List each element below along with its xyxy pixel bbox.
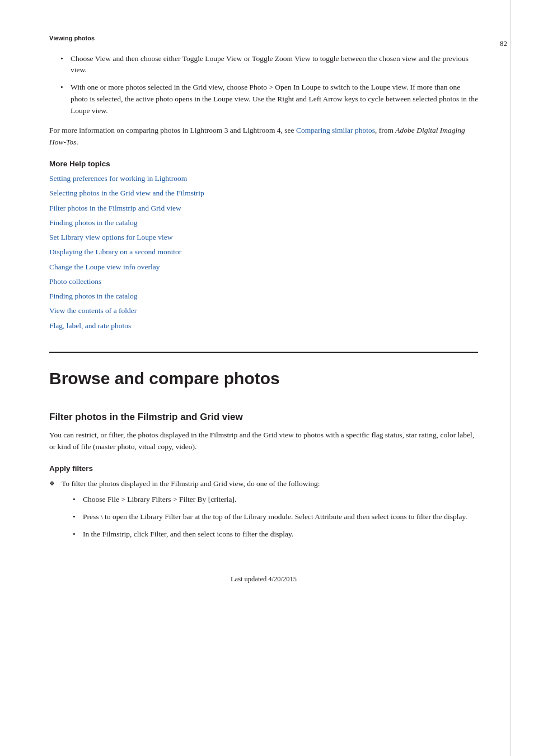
page: 82 Viewing photos Choose View and then c…: [0, 0, 534, 756]
chapter-divider: [49, 352, 478, 353]
filter-sub-list: Choose File > Library Filters > Filter B…: [62, 494, 478, 540]
help-link-4[interactable]: Set Library view options for Loupe view: [49, 233, 172, 241]
list-item: Setting preferences for working in Light…: [49, 173, 478, 184]
comparing-text: For more information on comparing photos…: [49, 126, 296, 134]
comparing-text2: , from: [375, 126, 395, 134]
page-footer: Last updated 4/20/2015: [49, 563, 478, 595]
help-link-2[interactable]: Filter photos in the Filmstrip and Grid …: [49, 204, 181, 212]
list-item: View the contents of a folder: [49, 305, 478, 316]
list-item: Selecting photos in the Grid view and th…: [49, 188, 478, 199]
list-item: Finding photos in the catalog: [49, 291, 478, 302]
help-link-1[interactable]: Selecting photos in the Grid view and th…: [49, 189, 204, 197]
comparing-link[interactable]: Comparing similar photos: [296, 126, 375, 134]
list-item: Displaying the Library on a second monit…: [49, 246, 478, 258]
help-link-5[interactable]: Displaying the Library on a second monit…: [49, 248, 181, 256]
list-item: Filter photos in the Filmstrip and Grid …: [49, 203, 478, 214]
page-border: [510, 0, 510, 756]
more-help-links: Setting preferences for working in Light…: [49, 173, 478, 332]
bullet-item-1: Choose View and then choose either Toggl…: [60, 53, 478, 77]
filter-section-title: Filter photos in the Filmstrip and Grid …: [49, 410, 478, 424]
filter-bullet-1: Press \ to open the Library Filter bar a…: [73, 511, 478, 523]
bullet-item-2: With one or more photos selected in the …: [60, 82, 478, 117]
comparing-end: .: [76, 138, 78, 146]
intro-bullet-list: Choose View and then choose either Toggl…: [49, 53, 478, 118]
help-link-7[interactable]: Photo collections: [49, 277, 101, 286]
filter-bullet-0: Choose File > Library Filters > Filter B…: [73, 494, 478, 506]
page-number: 82: [500, 38, 507, 49]
filter-section-body: You can restrict, or filter, the photos …: [49, 430, 478, 453]
list-item: Photo collections: [49, 276, 478, 287]
apply-filters-heading: Apply filters: [49, 463, 478, 474]
section-heading: Viewing photos: [49, 34, 478, 43]
chapter-title: Browse and compare photos: [49, 368, 478, 389]
filter-bullet-2: In the Filmstrip, click Filter, and then…: [73, 529, 478, 540]
apply-filters-list: To filter the photos displayed in the Fi…: [49, 478, 478, 541]
apply-filters-intro: To filter the photos displayed in the Fi…: [62, 479, 320, 488]
list-item: Set Library view options for Loupe view: [49, 232, 478, 243]
list-item: Finding photos in the catalog: [49, 217, 478, 228]
help-link-3[interactable]: Finding photos in the catalog: [49, 218, 138, 227]
help-link-8[interactable]: Finding photos in the catalog: [49, 292, 138, 300]
help-link-9[interactable]: View the contents of a folder: [49, 306, 137, 315]
more-help-section: More Help topics Setting preferences for…: [49, 158, 478, 332]
help-link-6[interactable]: Change the Loupe view info overlay: [49, 263, 160, 271]
content-area: Viewing photos Choose View and then choo…: [49, 0, 478, 595]
list-item: Change the Loupe view info overlay: [49, 262, 478, 273]
diamond-item: To filter the photos displayed in the Fi…: [49, 478, 478, 541]
help-link-10[interactable]: Flag, label, and rate photos: [49, 321, 131, 330]
more-help-heading: More Help topics: [49, 158, 478, 170]
footer-text: Last updated 4/20/2015: [231, 575, 297, 583]
help-link-0[interactable]: Setting preferences for working in Light…: [49, 174, 187, 183]
comparing-paragraph: For more information on comparing photos…: [49, 125, 478, 148]
list-item: Flag, label, and rate photos: [49, 320, 478, 332]
